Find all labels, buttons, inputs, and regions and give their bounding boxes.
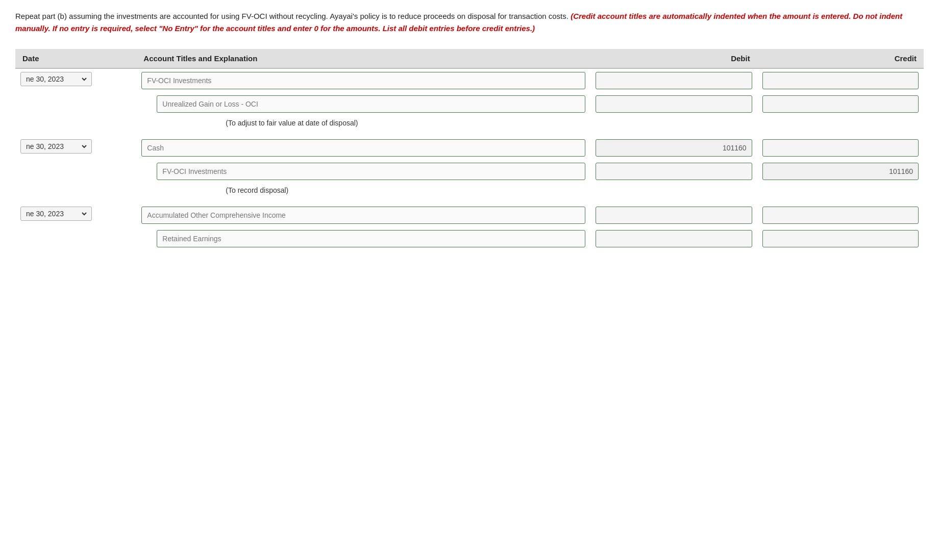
debit-cell (590, 68, 757, 92)
date-select[interactable]: ne 30, 2023 (24, 74, 88, 84)
date-cell: ne 30, 2023 (15, 203, 136, 250)
debit-input-0-0[interactable] (596, 72, 752, 89)
credit-input-1-0[interactable] (762, 139, 919, 157)
debit-cell (590, 92, 757, 116)
table-row (15, 92, 924, 116)
credit-cell (757, 227, 924, 250)
memo-row: (To record disposal) (15, 183, 924, 197)
instructions-main-text: Repeat part (b) assuming the investments… (15, 12, 569, 20)
journal-body: ne 30, 2023(To adjust to fair value at d… (15, 68, 924, 257)
credit-cell (757, 160, 924, 183)
account-cell (136, 227, 590, 250)
credit-cell (757, 92, 924, 116)
debit-cell (590, 160, 757, 183)
debit-cell (590, 227, 757, 250)
credit-input-2-0[interactable] (762, 207, 919, 224)
table-row: ne 30, 2023 (15, 68, 924, 92)
table-header: Date Account Titles and Explanation Debi… (15, 49, 924, 68)
debit-cell (590, 136, 757, 160)
debit-input-0-1[interactable] (596, 95, 752, 113)
account-input-1-1[interactable] (157, 163, 585, 180)
account-cell (136, 136, 590, 160)
date-select-wrapper[interactable]: ne 30, 2023 (20, 72, 92, 86)
debit-input-1-0[interactable] (596, 139, 752, 157)
row-spacer (15, 197, 924, 203)
header-date: Date (15, 49, 136, 68)
date-cell: ne 30, 2023 (15, 68, 136, 130)
table-row (15, 227, 924, 250)
table-row: ne 30, 2023 (15, 136, 924, 160)
account-input-2-0[interactable] (141, 207, 585, 224)
memo-text: (To record disposal) (136, 183, 924, 197)
row-spacer (15, 130, 924, 136)
account-input-2-1[interactable] (157, 230, 585, 247)
memo-row: (To adjust to fair value at date of disp… (15, 116, 924, 130)
account-input-0-1[interactable] (157, 95, 585, 113)
date-select[interactable]: ne 30, 2023 (24, 209, 88, 218)
account-input-0-0[interactable] (141, 72, 585, 89)
header-account: Account Titles and Explanation (136, 49, 590, 68)
header-credit: Credit (757, 49, 924, 68)
journal-table: Date Account Titles and Explanation Debi… (15, 49, 924, 257)
credit-cell (757, 68, 924, 92)
credit-input-1-1[interactable] (762, 163, 919, 180)
credit-input-2-1[interactable] (762, 230, 919, 247)
debit-input-1-1[interactable] (596, 163, 752, 180)
memo-label: (To record disposal) (141, 186, 288, 194)
memo-label: (To adjust to fair value at date of disp… (141, 119, 358, 127)
table-row: ne 30, 2023 (15, 203, 924, 227)
account-cell (136, 92, 590, 116)
row-spacer (15, 250, 924, 257)
date-select[interactable]: ne 30, 2023 (24, 142, 88, 151)
memo-text: (To adjust to fair value at date of disp… (136, 116, 924, 130)
credit-input-0-0[interactable] (762, 72, 919, 89)
credit-cell (757, 136, 924, 160)
account-input-1-0[interactable] (141, 139, 585, 157)
date-select-wrapper[interactable]: ne 30, 2023 (20, 207, 92, 221)
debit-cell (590, 203, 757, 227)
account-cell (136, 203, 590, 227)
debit-input-2-1[interactable] (596, 230, 752, 247)
header-debit: Debit (590, 49, 757, 68)
table-row (15, 160, 924, 183)
account-cell (136, 160, 590, 183)
date-cell: ne 30, 2023 (15, 136, 136, 197)
credit-cell (757, 203, 924, 227)
date-select-wrapper[interactable]: ne 30, 2023 (20, 139, 92, 154)
credit-input-0-1[interactable] (762, 95, 919, 113)
debit-input-2-0[interactable] (596, 207, 752, 224)
account-cell (136, 68, 590, 92)
instructions-block: Repeat part (b) assuming the investments… (15, 10, 924, 35)
